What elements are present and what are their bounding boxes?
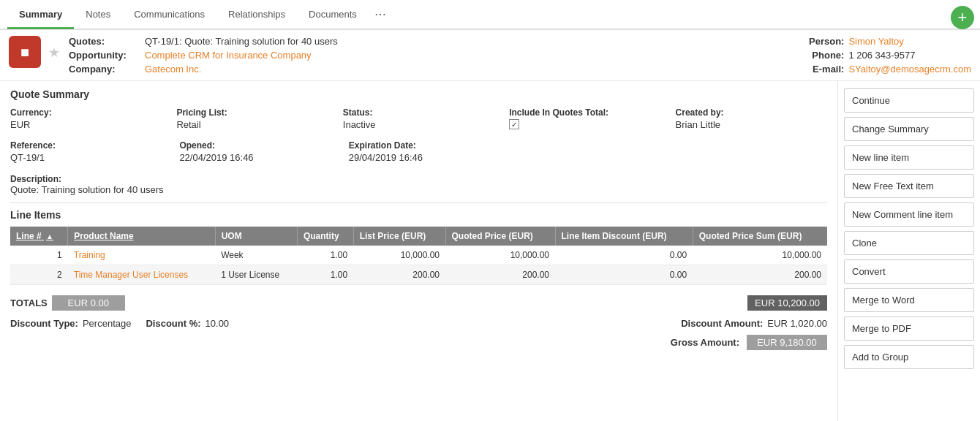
currency-label: Currency: (10, 107, 162, 118)
line-items-title: Line Items (10, 202, 827, 221)
tab-communications[interactable]: Communications (122, 1, 216, 29)
cell-list-price: 10,000.00 (353, 246, 445, 265)
col-line-discount: Line Item Discount (EUR) (555, 227, 693, 246)
pricing-list-label: Pricing List: (176, 107, 328, 118)
opportunity-link[interactable]: Complete CRM for Insurance Company (145, 50, 312, 61)
tab-notes[interactable]: Notes (74, 1, 122, 29)
sidebar-button-change-summary[interactable]: Change Summary (844, 117, 974, 141)
person-label: Person: (800, 36, 844, 47)
header-right-fields: Person: Simon Yaltoy Phone: 1 206 343-95… (800, 36, 971, 75)
discount-type-field: Discount Type: Percentage (10, 318, 131, 329)
phone-value: 1 206 343-9577 (848, 50, 915, 61)
main-content: Quote Summary Currency: EUR Pricing List… (0, 81, 980, 421)
table-header: Line # ▲ Product Name UOM Quantity List … (10, 227, 827, 246)
status-label: Status: (343, 107, 494, 118)
sidebar-button-new-line-item[interactable]: New line item (844, 145, 974, 170)
sidebar-button-merge-to-pdf[interactable]: Merge to PDF (844, 316, 974, 341)
table-body: 1 Training Week 1.00 10,000.00 10,000.00… (10, 246, 827, 285)
tab-more-icon[interactable]: ⋯ (369, 0, 392, 29)
discount-pct-field: Discount %: 10.00 (146, 318, 229, 329)
reference-label: Reference: (10, 140, 165, 151)
gross-row: Gross Amount: EUR 9,180.00 (10, 335, 827, 350)
table-row: 2 Time Manager User Licenses 1 User Lice… (10, 265, 827, 285)
discount-pct-label: Discount %: (146, 318, 200, 329)
phone-row: Phone: 1 206 343-9577 (800, 50, 971, 61)
quotes-value: QT-19/1: Quote: Training solution for 40… (145, 36, 338, 47)
created-by-label: Created by: (676, 107, 827, 118)
record-logo: ■ (9, 36, 41, 68)
discount-type-value: Percentage (83, 318, 132, 329)
reference-field: Reference: QT-19/1 (10, 140, 165, 163)
pricing-list-value: Retail (176, 119, 328, 130)
tab-summary[interactable]: Summary (7, 1, 74, 29)
include-field: Include In Quotes Total: ✓ (509, 107, 660, 130)
person-link[interactable]: Simon Yaltoy (848, 36, 903, 47)
sidebar-button-merge-to-word[interactable]: Merge to Word (844, 288, 974, 312)
description-label: Description: (10, 174, 61, 184)
tab-documents[interactable]: Documents (297, 1, 369, 29)
record-header: ■ ★ Quotes: QT-19/1: Quote: Training sol… (0, 30, 980, 81)
discount-pct-value: 10.00 (206, 318, 230, 329)
email-label: E-mail: (800, 64, 844, 75)
cell-uom: 1 User License (215, 265, 297, 285)
totals-row: TOTALS EUR 0.00 EUR 10,200.00 (10, 295, 827, 311)
pricing-list-field: Pricing List: Retail (176, 107, 328, 130)
status-value: Inactive (343, 119, 494, 130)
opened-field: Opened: 22/04/2019 16:46 (179, 140, 333, 163)
quote-summary-title: Quote Summary (10, 88, 827, 100)
header-fields: Quotes: QT-19/1: Quote: Training solutio… (69, 36, 800, 75)
sidebar-button-clone[interactable]: Clone (844, 231, 974, 255)
quote-summary-grid-2: Reference: QT-19/1 Opened: 22/04/2019 16… (10, 140, 827, 163)
discount-amount-field: Discount Amount: EUR 1,020.00 (681, 318, 827, 329)
cell-discount: 0.00 (555, 246, 693, 265)
discount-row: Discount Type: Percentage Discount %: 10… (10, 315, 827, 332)
opportunity-label: Opportunity: (69, 50, 142, 61)
status-field: Status: Inactive (343, 107, 494, 130)
cell-line-num: 2 (10, 265, 68, 285)
totals-right-value: EUR 10,200.00 (747, 295, 827, 311)
expiration-value: 29/04/2019 16:46 (349, 152, 503, 163)
sidebar-button-new-comment-line-item[interactable]: New Comment line item (844, 202, 974, 227)
sidebar-button-add-to-group[interactable]: Add to Group (844, 345, 974, 369)
opened-value: 22/04/2019 16:46 (179, 152, 333, 163)
col-list-price: List Price (EUR) (353, 227, 445, 246)
star-icon[interactable]: ★ (48, 45, 60, 61)
quote-summary-grid: Currency: EUR Pricing List: Retail Statu… (10, 107, 827, 130)
col-quantity: Quantity (297, 227, 353, 246)
currency-field: Currency: EUR (10, 107, 162, 130)
sidebar-button-continue[interactable]: Continue (844, 88, 974, 113)
col-product-name[interactable]: Product Name (68, 227, 215, 246)
opened-label: Opened: (179, 140, 333, 151)
cell-quantity: 1.00 (297, 246, 353, 265)
record-logo-icon: ■ (20, 44, 29, 61)
person-row: Person: Simon Yaltoy (800, 36, 971, 47)
tab-relationships[interactable]: Relationships (216, 1, 297, 29)
cell-sum: 200.00 (693, 265, 827, 285)
cell-uom: Week (215, 246, 297, 265)
reference-value: QT-19/1 (10, 152, 165, 163)
cell-product[interactable]: Time Manager User Licenses (68, 265, 215, 285)
quotes-label: Quotes: (69, 36, 142, 47)
table-row: 1 Training Week 1.00 10,000.00 10,000.00… (10, 246, 827, 265)
company-link[interactable]: Gatecom Inc. (145, 64, 201, 75)
cell-product[interactable]: Training (68, 246, 215, 265)
cell-list-price: 200.00 (353, 265, 445, 285)
expiration-field: Expiration Date: 29/04/2019 16:46 (349, 140, 503, 163)
col-line-num[interactable]: Line # ▲ (10, 227, 68, 246)
include-checkbox[interactable]: ✓ (509, 119, 519, 129)
sidebar-button-new-free-text-item[interactable]: New Free Text item (844, 174, 974, 198)
expiration-label: Expiration Date: (349, 140, 503, 151)
cell-quantity: 1.00 (297, 265, 353, 285)
cell-line-num: 1 (10, 246, 68, 265)
description-value: Quote: Training solution for 40 users (10, 184, 164, 195)
col-uom: UOM (215, 227, 297, 246)
email-link[interactable]: SYaltoy@demosagecrm.com (848, 64, 971, 75)
company-row: Company: Gatecom Inc. (69, 64, 800, 75)
email-row: E-mail: SYaltoy@demosagecrm.com (800, 64, 971, 75)
discount-type-label: Discount Type: (10, 318, 78, 329)
sidebar-button-convert[interactable]: Convert (844, 259, 974, 284)
totals-label: TOTALS (10, 297, 48, 308)
created-by-field: Created by: Brian Little (676, 107, 827, 130)
fab-add-button[interactable]: + (951, 6, 974, 29)
include-label: Include In Quotes Total: (509, 107, 660, 118)
